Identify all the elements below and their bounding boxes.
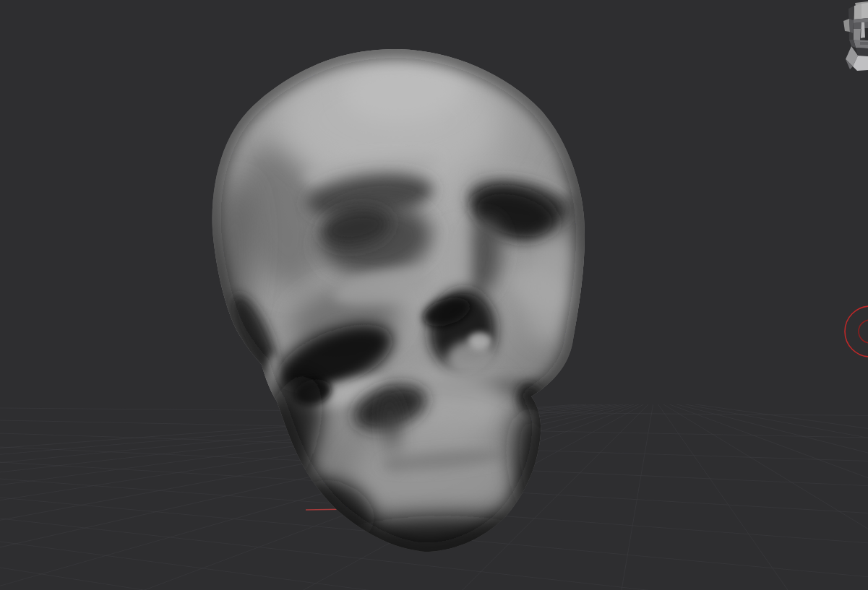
lowpoly-eye-left [854, 22, 861, 29]
lowpoly-forehead-right [861, 3, 868, 19]
lowpoly-lip-shade [860, 42, 868, 45]
lowpoly-nose [861, 22, 865, 38]
shading-nose-speck-bright [468, 332, 491, 350]
lowpoly-forehead-left [854, 4, 861, 19]
sculpt-viewport[interactable] [0, 0, 868, 590]
viewport-canvas[interactable] [0, 0, 868, 590]
lowpoly-cheek [854, 29, 861, 41]
